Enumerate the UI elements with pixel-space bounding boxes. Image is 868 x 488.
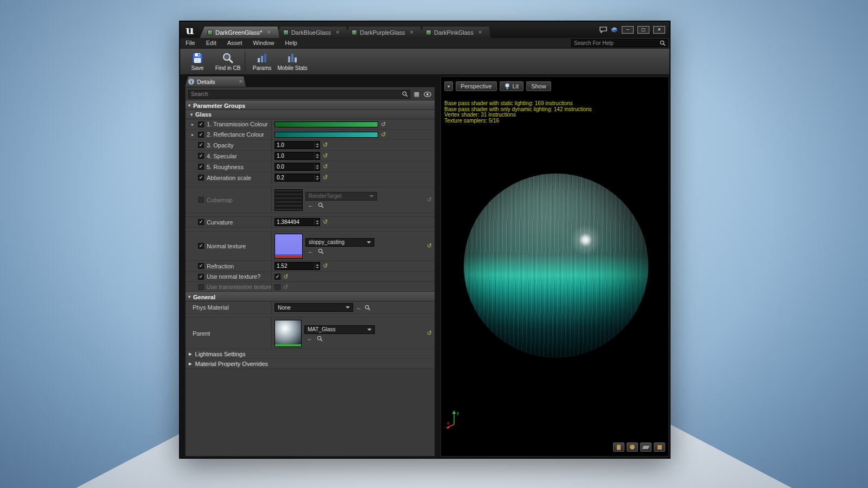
roughness-input[interactable]	[275, 164, 314, 170]
browse-icon[interactable]	[365, 305, 371, 311]
reset-icon[interactable]: ↺	[427, 243, 432, 249]
browse-icon[interactable]	[318, 248, 324, 254]
use-transmission-checkbox[interactable]	[198, 284, 204, 290]
opacity-input[interactable]	[275, 142, 314, 148]
cube-icon[interactable]	[611, 27, 618, 33]
lightmass-settings-row[interactable]: ▸ Lightmass Settings	[186, 349, 435, 359]
tab-darkpinkglass[interactable]: DarkPinkGlass ×	[418, 27, 490, 38]
reset-icon[interactable]: ↺	[323, 153, 328, 159]
menu-edit[interactable]: Edit	[201, 38, 222, 48]
preview-plane-button[interactable]	[640, 442, 652, 452]
curvature-checkbox[interactable]: ✓	[198, 219, 204, 225]
spinner[interactable]	[314, 219, 320, 226]
close-button[interactable]: ✕	[653, 26, 665, 34]
details-search-input[interactable]	[189, 91, 402, 97]
tab-darkblueglass[interactable]: DarkBlueGlass ×	[276, 27, 348, 38]
tab-darkgreenglass[interactable]: DarkGreenGlass* ×	[200, 27, 279, 38]
cubemap-checkbox[interactable]	[198, 197, 204, 203]
reset-icon[interactable]: ↺	[427, 197, 432, 203]
browse-icon[interactable]	[317, 336, 323, 342]
tab-close-icon[interactable]: ×	[478, 29, 482, 35]
reset-icon[interactable]: ↺	[427, 330, 432, 336]
reset-icon[interactable]: ↺	[381, 121, 386, 127]
params-button[interactable]: Params	[247, 49, 277, 74]
parameter-groups-header[interactable]: ▾ Parameter Groups	[186, 101, 435, 110]
material-preview-sphere[interactable]	[464, 174, 648, 358]
use-selected-icon[interactable]: ←	[356, 305, 362, 311]
spinner[interactable]	[314, 152, 320, 159]
abberation-checkbox[interactable]: ✓	[198, 175, 204, 181]
save-button[interactable]: Save	[182, 49, 213, 74]
general-group-header[interactable]: ▾ General	[186, 292, 435, 301]
tab-close-icon[interactable]: ×	[336, 29, 339, 35]
reset-icon[interactable]: ↺	[323, 175, 328, 181]
minimize-button[interactable]: ─	[622, 26, 634, 34]
chat-bubble-icon[interactable]	[599, 27, 607, 33]
details-tab-close-icon[interactable]: ×	[239, 79, 242, 85]
preview-cube-button[interactable]	[654, 442, 665, 452]
reset-icon[interactable]: ↺	[323, 219, 328, 225]
parent-dropdown[interactable]: MAT_Glass	[304, 325, 375, 334]
details-panel-tab[interactable]: i Details ×	[185, 76, 246, 87]
cubemap-dropdown[interactable]: RenderTarget	[305, 192, 377, 201]
material-property-overrides-row[interactable]: ▸ Material Property Overrides	[186, 359, 435, 369]
maximize-button[interactable]: ▢	[637, 26, 649, 34]
browse-icon[interactable]	[318, 202, 324, 208]
normal-texture-dropdown[interactable]: sloppy_casting	[305, 238, 374, 247]
refraction-checkbox[interactable]: ✓	[198, 263, 204, 269]
help-search-input[interactable]	[572, 40, 660, 46]
expander-icon[interactable]: ▸	[192, 132, 195, 137]
spinner[interactable]	[314, 262, 320, 269]
preview-sphere-button[interactable]	[627, 442, 638, 452]
curvature-input[interactable]	[275, 219, 314, 225]
use-normal-value-checkbox[interactable]: ✓	[275, 274, 280, 280]
normal-texture-thumbnail[interactable]	[275, 234, 303, 259]
transmission-color-swatch[interactable]	[275, 121, 378, 127]
find-in-cb-button[interactable]: Find in CB	[213, 49, 243, 74]
use-transmission-value-checkbox[interactable]	[275, 284, 280, 290]
tab-close-icon[interactable]: ×	[267, 29, 270, 35]
spinner[interactable]	[314, 142, 320, 149]
use-selected-icon[interactable]: ←	[307, 336, 312, 342]
reset-icon[interactable]: ↺	[381, 132, 386, 138]
view-options-eye-icon[interactable]	[423, 92, 432, 97]
reset-icon[interactable]: ↺	[323, 263, 328, 269]
reset-icon[interactable]: ↺	[323, 142, 328, 148]
normal-texture-checkbox[interactable]: ✓	[198, 243, 204, 249]
tab-close-icon[interactable]: ×	[410, 29, 413, 35]
lit-button[interactable]: Lit	[500, 81, 524, 91]
mobile-stats-button[interactable]: Mobile Stats	[277, 49, 308, 74]
glass-group-header[interactable]: ▾ Glass	[186, 110, 435, 119]
use-normal-checkbox[interactable]: ✓	[198, 274, 204, 280]
tab-darkpurpleglass[interactable]: DarkPurpleGlass ×	[344, 27, 422, 38]
parent-material-thumbnail[interactable]	[275, 320, 302, 347]
refraction-input[interactable]	[275, 263, 314, 269]
abberation-input[interactable]	[275, 175, 314, 181]
menu-asset[interactable]: Asset	[222, 38, 248, 48]
menu-help[interactable]: Help	[279, 38, 303, 48]
opacity-checkbox[interactable]: ✓	[198, 142, 204, 148]
expander-icon[interactable]: ▸	[192, 122, 195, 127]
preview-cylinder-button[interactable]	[613, 442, 624, 452]
roughness-checkbox[interactable]: ✓	[198, 164, 204, 170]
reset-icon[interactable]: ↺	[323, 164, 328, 170]
specular-input[interactable]	[275, 153, 314, 159]
cubemap-thumbnail[interactable]	[275, 189, 303, 211]
reflectance-color-swatch[interactable]	[275, 132, 378, 138]
perspective-button[interactable]: Perspective	[456, 81, 496, 91]
viewport-options-button[interactable]: ▾	[444, 81, 453, 91]
use-selected-icon[interactable]: ←	[308, 248, 314, 254]
spinner[interactable]	[314, 163, 320, 170]
reset-icon[interactable]: ↺	[283, 274, 288, 280]
show-button[interactable]: Show	[526, 81, 551, 91]
reflectance-checkbox[interactable]: ✓	[198, 132, 204, 138]
spinner[interactable]	[314, 174, 320, 181]
transmission-checkbox[interactable]: ✓	[198, 121, 204, 127]
property-matrix-icon[interactable]: ▦	[412, 91, 421, 98]
specular-checkbox[interactable]: ✓	[198, 153, 204, 159]
phys-material-dropdown[interactable]: None	[275, 303, 353, 312]
menu-file[interactable]: File	[180, 38, 201, 48]
reset-icon[interactable]: ↺	[283, 284, 288, 290]
preview-viewport[interactable]: ▾ Perspective Lit Show Base pass shader …	[441, 76, 669, 457]
menu-window[interactable]: Window	[247, 38, 279, 48]
